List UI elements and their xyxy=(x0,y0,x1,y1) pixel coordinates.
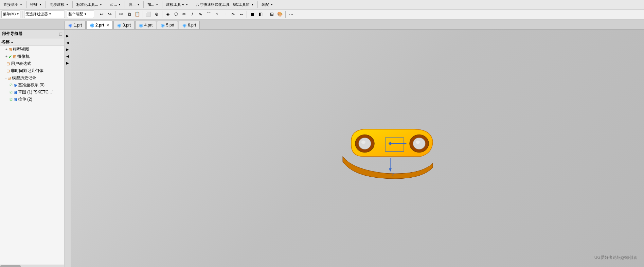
tree-item-model-history[interactable]: - ⊟ 模型历史记录 xyxy=(0,74,64,82)
assembly-dropdown[interactable]: 整个装配 ▼ xyxy=(67,11,94,18)
spring-label: 弹... xyxy=(129,2,136,7)
tree-item-model-view[interactable]: + ⊞ 模型视图 xyxy=(0,46,64,53)
menu-button[interactable]: 菜单(M) ▼ xyxy=(1,11,20,18)
tab4-label: 4.prt xyxy=(144,23,153,28)
sep3 xyxy=(72,1,73,8)
left-icon-5[interactable]: ▶ xyxy=(65,60,70,66)
tree-item-user-expr[interactable]: ⊟ 用户表达式 xyxy=(0,60,64,67)
tab6-icon: ◉ xyxy=(182,22,186,28)
paste-icon[interactable]: 📋 xyxy=(133,11,141,18)
tab2-close-icon[interactable]: ✕ xyxy=(106,23,109,27)
no-timestamp-label: 非时间戳记几何体 xyxy=(11,68,43,74)
z-axis-label: Z xyxy=(392,172,394,177)
tab-2prt[interactable]: ◉ 2.prt ✕ xyxy=(86,21,113,29)
sep1 xyxy=(26,1,26,8)
gear-label: 齿... xyxy=(110,2,117,7)
sidebar: 部件导航器 □ 名称 ▲ + ⊞ 模型视图 + ✔ ⊞ 摄像机 ⊟ 用户表达式 … xyxy=(0,30,65,267)
sync-label: 同步建模 xyxy=(50,2,65,7)
view3d-icon[interactable]: ◈ xyxy=(164,11,172,18)
toolbar-row1: 直接草图 ▼ 特征 ▼ 同步建模 ▼ 标准化工具... ▼ 齿... ▼ 弹..… xyxy=(0,0,644,10)
tab-bar: ◉ 1.prt ◉ 2.prt ✕ ◉ 3.prt ◉ 4.prt ◉ 5.pr… xyxy=(0,19,644,30)
sep4 xyxy=(106,1,106,8)
more-icon[interactable]: ⋯ xyxy=(287,11,295,18)
tab-5prt[interactable]: ◉ 5.prt xyxy=(157,21,178,29)
toolbar-sync-model[interactable]: 同步建模 ▼ xyxy=(48,1,71,8)
tree-arrow5: - xyxy=(5,76,6,80)
sep14 xyxy=(162,11,162,18)
dropdown-arrow7: ▼ xyxy=(156,3,158,6)
cut-icon[interactable]: ✂ xyxy=(117,11,125,18)
left-icon-3[interactable]: ▶ xyxy=(65,47,70,52)
undo-icon[interactable]: ↩ xyxy=(98,11,105,18)
tab-4prt[interactable]: ◉ 4.prt xyxy=(135,21,156,29)
col-name-label: 名称 xyxy=(1,39,10,45)
sep17 xyxy=(285,11,286,18)
dropdown-arrow8: ▼ xyxy=(185,3,188,6)
color-icon[interactable]: 🎨 xyxy=(276,11,284,18)
toolbar-standard-tools[interactable]: 标准化工具... ▼ xyxy=(74,1,104,8)
modeling-tools-label: 建模工具 ▾ xyxy=(166,2,184,7)
point-icon[interactable]: + xyxy=(221,11,229,18)
tab2-label: 2.prt xyxy=(95,23,104,28)
sketch-icon-tree: ⊞ xyxy=(14,90,17,95)
toolbar-gc-toolbox[interactable]: 尺寸快速格式化工具 - GC工具箱 ▼ xyxy=(194,1,256,8)
column-header: 名称 ▲ xyxy=(0,38,64,46)
curve-icon[interactable]: ∿ xyxy=(197,11,204,18)
extrude-icon[interactable]: ⬡ xyxy=(172,11,180,18)
toolbar-modeling-tools[interactable]: 建模工具 ▾ ▼ xyxy=(164,1,190,8)
sidebar-close-button[interactable]: □ xyxy=(59,31,62,37)
constraint-icon[interactable]: ⊳ xyxy=(229,11,237,18)
tree-item-extrude[interactable]: ☑ ⊞ 拉伸 (2) xyxy=(0,96,64,103)
left-icon-4[interactable]: ◀ xyxy=(65,53,70,59)
toolbar-direct-sketch[interactable]: 直接草图 ▼ xyxy=(1,1,24,8)
toolbar-add[interactable]: 加... ▼ xyxy=(145,1,160,8)
toolbar-spring[interactable]: 弹... ▼ xyxy=(127,1,142,8)
model-view-icon: ⊞ xyxy=(8,47,12,52)
tree-item-camera[interactable]: + ✔ ⊞ 摄像机 xyxy=(0,53,64,60)
toolbar-feature[interactable]: 特征 ▼ xyxy=(28,1,44,8)
measure-icon[interactable]: ↔ xyxy=(237,11,245,18)
redo-icon[interactable]: ↪ xyxy=(106,11,113,18)
sep10 xyxy=(22,11,22,18)
tree-item-datum-csys[interactable]: ☑ ⊕ 基准坐标系 (0) xyxy=(0,82,64,89)
sidebar-scrollbar[interactable] xyxy=(0,265,64,267)
left-icon-2[interactable]: ◀ xyxy=(65,40,70,45)
left-icon-1[interactable]: ▶ xyxy=(65,33,70,38)
tree-item-sketch[interactable]: ☑ ⊞ 草图 (1) "SKETC..." xyxy=(0,89,64,96)
copy-icon[interactable]: ⧉ xyxy=(125,11,133,18)
select-rect-icon[interactable]: ⬜ xyxy=(145,11,152,18)
tab-1prt[interactable]: ◉ 1.prt xyxy=(65,21,86,29)
viewport[interactable]: ▶ ◀ ▶ ◀ ▶ xyxy=(65,30,644,267)
datum-csys-icon: ⊕ xyxy=(14,83,17,88)
filter-arrow: ▼ xyxy=(49,13,51,16)
sep13 xyxy=(143,11,143,18)
model-view-label: 模型视图 xyxy=(13,47,29,52)
watermark-text: UG爱好者论坛@郭创者 xyxy=(594,255,637,260)
assembly-label: 装配 xyxy=(262,2,269,7)
dropdown-arrow2: ▼ xyxy=(39,3,42,6)
circle-icon[interactable]: ○ xyxy=(213,11,220,18)
toolbar-assembly[interactable]: 装配 ▼ xyxy=(260,1,275,8)
tab-6prt[interactable]: ◉ 6.prt xyxy=(179,21,200,29)
tree-item-no-timestamp[interactable]: ⊟ 非时间戳记几何体 xyxy=(0,67,64,74)
camera-icon: ⊞ xyxy=(13,54,16,59)
line-icon[interactable]: / xyxy=(189,11,196,18)
part-side-face xyxy=(343,157,433,179)
sketch-icon[interactable]: ✏ xyxy=(180,11,188,18)
tab6-label: 6.prt xyxy=(188,23,196,28)
sidebar-header: 部件导航器 □ xyxy=(0,30,64,38)
filter-dropdown[interactable]: 无选择过滤器 ▼ xyxy=(24,11,65,18)
snap-icon[interactable]: ⊕ xyxy=(153,11,160,18)
tab-3prt[interactable]: ◉ 3.prt xyxy=(113,21,135,29)
sep12 xyxy=(115,11,115,18)
toolbar-gear[interactable]: 齿... ▼ xyxy=(108,1,123,8)
sep16 xyxy=(266,11,266,18)
user-expr-label: 用户表达式 xyxy=(11,61,31,67)
arc-icon[interactable]: ⌒ xyxy=(205,11,212,18)
shading-icon[interactable]: ◼ xyxy=(249,11,256,18)
table-icon[interactable]: ⊞ xyxy=(268,11,275,18)
model-history-icon: ⊟ xyxy=(7,76,11,81)
scrollbar-thumb xyxy=(0,265,21,267)
dropdown-arrow4: ▼ xyxy=(100,3,102,6)
shade2-icon[interactable]: ◧ xyxy=(257,11,264,18)
